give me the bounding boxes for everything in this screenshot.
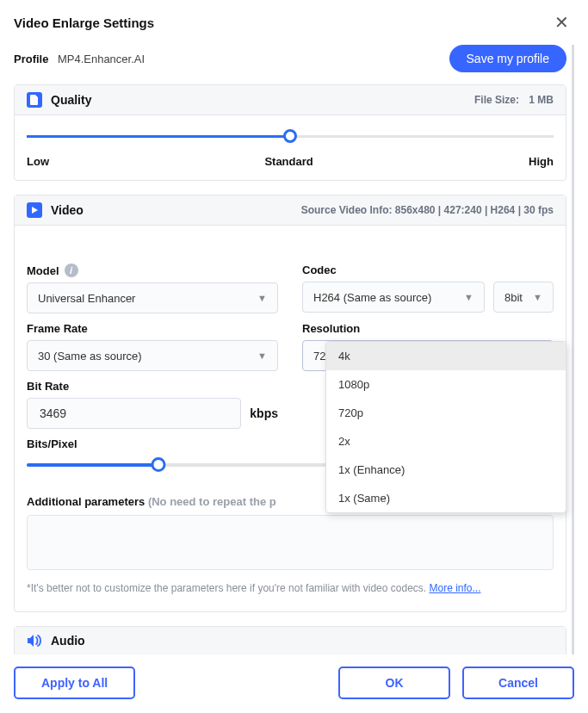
close-icon[interactable]: ✕ [549, 12, 574, 33]
additional-params-label: Additional parameters [27, 495, 145, 508]
frame-rate-select-value: 30 (Same as source) [38, 350, 142, 363]
chevron-down-icon: ▼ [533, 292, 542, 302]
model-select-value: Universal Enhancer [38, 292, 135, 305]
dialog-title: Video Enlarge Settings [14, 16, 154, 30]
quality-slider[interactable] [27, 127, 554, 145]
resolution-option[interactable]: 1x (Enhance) [326, 456, 566, 484]
video-title-text: Video [51, 203, 84, 217]
save-profile-button[interactable]: Save my profile [449, 45, 566, 72]
quality-title-text: Quality [51, 93, 91, 107]
file-size-label: File Size: [474, 94, 519, 106]
ok-button[interactable]: OK [338, 666, 450, 699]
bit-rate-input[interactable] [38, 406, 230, 421]
quality-high-label: High [529, 155, 554, 168]
file-size-value: 1 MB [529, 94, 554, 106]
resolution-label: Resolution [302, 322, 554, 335]
frame-rate-select[interactable]: 30 (Same as source) ▼ [27, 340, 278, 371]
quality-thumb[interactable] [283, 129, 297, 143]
codec-label: Codec [302, 264, 554, 276]
additional-params-hint: (No need to repeat the p [148, 495, 276, 508]
frame-rate-label: Frame Rate [27, 322, 278, 335]
info-icon[interactable]: i [65, 264, 78, 277]
profile-label: Profile [14, 53, 48, 65]
bit-rate-field: Bit Rate kbps [27, 380, 278, 429]
video-section-title: Video [27, 202, 84, 218]
bitdepth-select[interactable]: 8bit ▼ [493, 282, 554, 313]
resolution-option[interactable]: 2x [326, 427, 566, 456]
codec-field: Codec H264 (Same as source) ▼ 8bit ▼ [302, 264, 554, 313]
quality-standard-label: Standard [264, 155, 313, 168]
play-icon [27, 202, 42, 218]
bitdepth-select-value: 8bit [504, 291, 523, 304]
frame-rate-field: Frame Rate 30 (Same as source) ▼ [27, 322, 278, 371]
quality-low-label: Low [27, 155, 49, 168]
speaker-icon [27, 634, 42, 648]
audio-section: Audio Codec &Channel Sample Rate [14, 626, 566, 654]
resolution-option[interactable]: 1x (Same) [326, 484, 566, 512]
bit-rate-label: Bit Rate [27, 380, 278, 393]
bit-rate-unit: kbps [250, 406, 278, 420]
model-select[interactable]: Universal Enhancer ▼ [27, 282, 278, 313]
apply-to-all-button[interactable]: Apply to All [14, 666, 135, 699]
profile-row: Profile MP4.Enhancer.AI Save my profile [14, 45, 566, 72]
quality-labels: Low Standard High [15, 155, 566, 180]
quality-side-info: File Size: 1 MB [474, 94, 554, 106]
quality-section-head: Quality File Size: 1 MB [15, 85, 566, 115]
model-field: Model i Universal Enhancer ▼ [27, 264, 278, 313]
quality-track-fill [27, 135, 290, 138]
more-info-link[interactable]: More info... [429, 582, 480, 594]
resolution-option[interactable]: 1080p [326, 370, 566, 399]
additional-params-input[interactable] [27, 515, 554, 570]
chevron-down-icon: ▼ [257, 350, 267, 361]
video-section-head: Video Source Video Info: 856x480 | 427:2… [15, 195, 566, 226]
resolution-option[interactable]: 720p [326, 399, 566, 427]
quality-section-title: Quality [27, 92, 91, 108]
bits-pixel-fill [27, 463, 158, 467]
codec-note-text: *It's better not to customize the parame… [27, 582, 429, 594]
audio-section-title: Audio [27, 634, 85, 648]
dialog-footer: Apply to All OK Cancel [14, 654, 574, 713]
source-video-info: Source Video Info: 856x480 | 427:240 | H… [301, 204, 554, 216]
resolution-dropdown[interactable]: 4k1080p720p2x1x (Enhance)1x (Same) [325, 341, 566, 513]
chevron-down-icon: ▼ [257, 293, 267, 303]
codec-select[interactable]: H264 (Same as source) ▼ [302, 282, 485, 313]
dialog-header: Video Enlarge Settings ✕ [14, 12, 574, 33]
resolution-option[interactable]: 4k [326, 342, 566, 370]
codec-select-value: H264 (Same as source) [313, 291, 431, 304]
bit-rate-input-wrap [27, 398, 241, 429]
cancel-button[interactable]: Cancel [462, 666, 574, 699]
model-label: Model i [27, 264, 278, 277]
codec-note: *It's better not to customize the parame… [27, 580, 554, 596]
quality-section: Quality File Size: 1 MB Low Standard Hig… [14, 84, 566, 181]
profile-name: MP4.Enhancer.AI [58, 53, 145, 65]
bits-pixel-thumb[interactable] [152, 457, 166, 472]
chevron-down-icon: ▼ [464, 292, 473, 302]
audio-title-text: Audio [51, 634, 85, 648]
document-icon [27, 92, 42, 108]
audio-section-head: Audio [15, 627, 566, 654]
